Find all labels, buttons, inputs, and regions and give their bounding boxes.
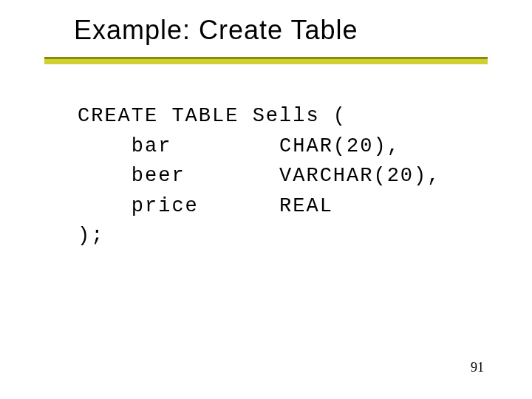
page-number: 91 [471, 360, 484, 375]
sql-code-block: CREATE TABLE Sells ( bar CHAR(20), beer … [0, 64, 532, 251]
title-divider [44, 57, 488, 64]
slide-title: Example: Create Table [0, 0, 532, 57]
divider-light-line [44, 59, 488, 64]
